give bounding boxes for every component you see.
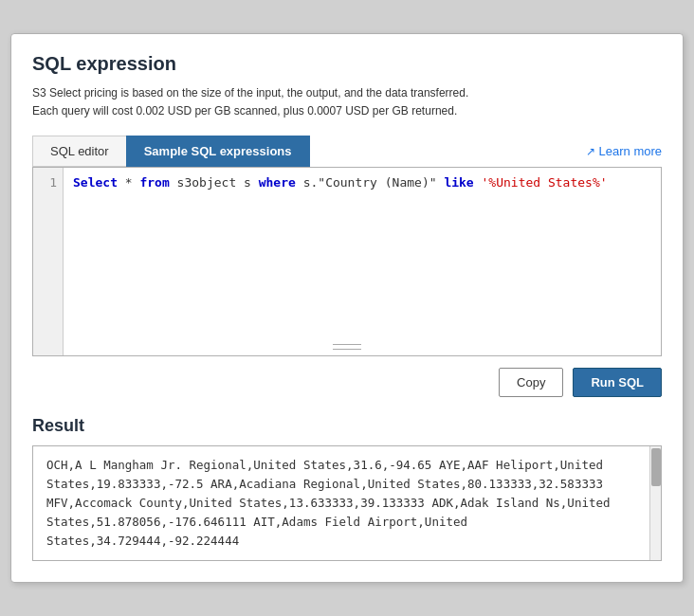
sql-value: '%United States%': [474, 175, 608, 190]
main-card: SQL expression S3 Select pricing is base…: [10, 33, 684, 583]
editor-resize-handle[interactable]: [333, 344, 361, 350]
action-row: Copy Run SQL: [32, 368, 662, 397]
run-sql-button[interactable]: Run SQL: [573, 368, 662, 397]
external-link-icon: ↗: [586, 145, 595, 158]
sql-obj: s3object s: [170, 175, 259, 190]
line-number-1: 1: [49, 175, 57, 190]
learn-more-label: Learn more: [599, 144, 662, 158]
result-scrollbar[interactable]: [649, 446, 661, 560]
keyword-select: Select: [73, 175, 118, 190]
description: S3 Select pricing is based on the size o…: [32, 84, 662, 120]
keyword-where: where: [259, 175, 296, 190]
description-line1: S3 Select pricing is based on the size o…: [32, 86, 468, 100]
tab-sample-sql[interactable]: Sample SQL expressions: [126, 136, 310, 167]
sql-star: *: [118, 175, 139, 190]
description-line2: Each query will cost 0.002 USD per GB sc…: [32, 104, 457, 118]
result-container: OCH,A L Mangham Jr. Regional,United Stat…: [32, 445, 662, 561]
editor-content[interactable]: Select * from s3object s where s."Countr…: [64, 168, 661, 355]
line-numbers: 1: [33, 168, 64, 355]
tabs-row: SQL editor Sample SQL expressions ↗ Lear…: [32, 136, 662, 167]
copy-button[interactable]: Copy: [499, 368, 563, 397]
tab-sql-editor[interactable]: SQL editor: [32, 136, 126, 167]
sql-field: s."Country (Name)": [296, 175, 445, 190]
sql-editor-container: 1 Select * from s3object s where s."Coun…: [32, 167, 662, 356]
page-title: SQL expression: [32, 53, 662, 75]
keyword-from: from: [139, 175, 169, 190]
result-title: Result: [32, 416, 662, 436]
result-text: OCH,A L Mangham Jr. Regional,United Stat…: [46, 456, 648, 551]
keyword-like: like: [444, 175, 473, 190]
scrollbar-thumb: [651, 448, 661, 486]
learn-more-link[interactable]: ↗ Learn more: [586, 144, 662, 158]
